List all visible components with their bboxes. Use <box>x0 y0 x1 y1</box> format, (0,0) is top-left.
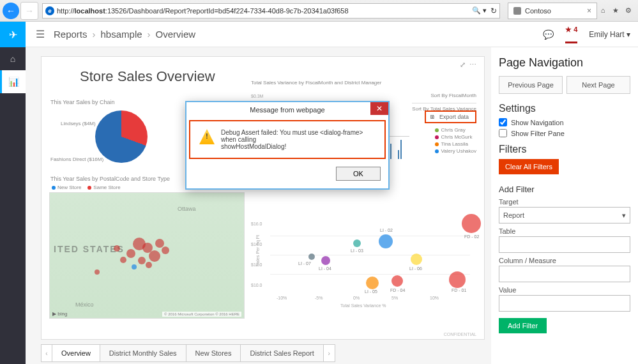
map-visual[interactable]: ITED STATES Ottawa México ▶ bing © 2016 … <box>49 192 245 319</box>
target-label: Target <box>499 198 630 206</box>
pie-title: This Year Sales by Chain <box>50 99 115 105</box>
chevron-right-icon: › <box>148 29 151 40</box>
show-filter-pane-checkbox[interactable]: Show Filter Pane <box>499 129 630 137</box>
map-title: This Year Sales by PostalCode and Store … <box>50 176 170 182</box>
side-rail: ✈ ⌂ 📊 <box>0 22 26 364</box>
value-label: Value <box>499 286 630 294</box>
pie-label-1: Lindseys ($4M) <box>61 121 96 126</box>
crumb-reports[interactable]: Reports <box>54 29 87 40</box>
header-actions: 💬 ★ 4 Emily Hart ▾ <box>543 26 630 43</box>
filters-title: Filters <box>499 144 630 155</box>
crumb-hbsample[interactable]: hbsample <box>101 29 142 40</box>
report-tabs: ‹ Overview District Monthly Sales New St… <box>41 342 485 364</box>
favorites-icon[interactable]: ★ <box>611 6 620 15</box>
tab-district-monthly[interactable]: District Monthly Sales <box>100 344 186 362</box>
back-button[interactable]: ← <box>3 3 19 19</box>
map-legend: New Store Same Store <box>49 183 123 192</box>
show-navigation-checkbox[interactable]: Show Navigation <box>499 118 630 126</box>
export-icon: 🗎 <box>430 114 436 120</box>
address-bar[interactable]: e http://localhost:13526/Dashboard/Repor… <box>42 3 500 19</box>
right-panel: Page Navigation Previous Page Next Page … <box>491 47 638 364</box>
tab-new-stores[interactable]: New Stores <box>186 344 241 362</box>
scatter-chart[interactable]: $16.0 $14.0 $12.0 $10.0 Sales Per Sq Ft … <box>251 216 476 312</box>
tab-overview[interactable]: Overview <box>52 344 100 362</box>
previous-page-button[interactable]: Previous Page <box>499 76 563 94</box>
add-filter-heading: Add Filter <box>499 185 630 194</box>
chevron-down-icon: ▾ <box>622 211 626 220</box>
url-text: http://localhost:13526/Dashboard/Report?… <box>57 7 468 15</box>
window-controls: ⌂ ★ ⚙ <box>598 6 635 15</box>
focus-icon[interactable]: ⤢ <box>460 61 466 69</box>
next-page-button[interactable]: Next Page <box>566 76 630 94</box>
warning-icon <box>199 129 215 144</box>
tab-strip: Contoso × <box>508 3 597 19</box>
chevron-right-icon: › <box>93 29 96 40</box>
dialog-body: Debug Assert failed: You must use <dialo… <box>189 120 386 159</box>
refresh-icon[interactable]: ↻ <box>490 6 497 15</box>
settings-title: Settings <box>499 103 630 114</box>
chat-icon[interactable]: 💬 <box>543 29 554 40</box>
page-nav-title: Page Navigation <box>499 56 630 70</box>
visual-actions: ⤢ ⋯ <box>460 61 476 69</box>
confidential-label: CONFIDENTIAL <box>444 332 476 337</box>
home-icon[interactable]: ⌂ <box>598 6 607 15</box>
value-input[interactable] <box>499 295 630 312</box>
target-select[interactable]: Report▾ <box>499 207 630 224</box>
tools-icon[interactable]: ⚙ <box>624 6 633 15</box>
app-logo-icon[interactable]: ✈ <box>0 22 26 47</box>
tab-title: Contoso <box>525 7 551 15</box>
dialog-close-button[interactable]: ✕ <box>370 102 388 115</box>
tab-scroll-right[interactable]: › <box>324 344 335 362</box>
message-dialog: Message from webpage ✕ Debug Assert fail… <box>185 101 390 190</box>
main-area: ⤢ ⋯ Store Sales Overview This Year Sales… <box>26 47 638 364</box>
search-icon[interactable]: 🔍 ▾ <box>472 6 487 15</box>
tab-scroll-left[interactable]: ‹ <box>41 344 52 362</box>
bing-logo: ▶ bing <box>52 311 67 317</box>
table-label: Table <box>499 227 630 235</box>
app-header: ☰ Reports › hbsample › Overview 💬 ★ 4 Em… <box>0 22 638 47</box>
rail-home-icon[interactable]: ⌂ <box>0 47 26 70</box>
pie-label-2: Fashions Direct ($16M) <box>50 156 103 162</box>
dialog-ok-button[interactable]: OK <box>336 167 381 181</box>
tab-close-icon[interactable]: × <box>587 6 591 15</box>
clear-all-filters-button[interactable]: Clear All Filters <box>499 159 559 174</box>
browser-tab[interactable]: Contoso × <box>508 3 597 19</box>
rail-reports-icon[interactable]: 📊 <box>0 70 26 93</box>
table-input[interactable] <box>499 236 630 253</box>
bar-legend: Chris Gray Chris McGurk Tina Lassila Val… <box>435 127 476 155</box>
favicon-icon <box>513 7 521 15</box>
add-filter-button[interactable]: Add Filter <box>499 318 547 333</box>
user-menu[interactable]: Emily Hart ▾ <box>589 30 630 39</box>
browser-chrome: ← → e http://localhost:13526/Dashboard/R… <box>0 0 638 22</box>
more-icon[interactable]: ⋯ <box>469 61 476 69</box>
map-copyright: © 2016 Microsoft Corporation © 2016 HERE <box>162 312 241 317</box>
report-title: Store Sales Overview <box>80 68 215 85</box>
forward-button[interactable]: → <box>20 2 38 20</box>
column-input[interactable] <box>499 266 630 282</box>
ie-icon: e <box>45 6 54 15</box>
dialog-title: Message from webpage ✕ <box>186 102 388 118</box>
hamburger-icon[interactable]: ☰ <box>36 28 45 40</box>
crumb-overview[interactable]: Overview <box>156 29 196 40</box>
tab-district-sales-report[interactable]: District Sales Report <box>241 344 323 362</box>
report-canvas: ⤢ ⋯ Store Sales Overview This Year Sales… <box>41 56 485 340</box>
report-area: ⤢ ⋯ Store Sales Overview This Year Sales… <box>26 47 491 364</box>
bar-title: Total Sales Variance by FiscalMonth and … <box>251 80 476 86</box>
favorites-count[interactable]: ★ 4 <box>565 26 577 43</box>
breadcrumb: Reports › hbsample › Overview <box>54 29 195 40</box>
export-data-item[interactable]: 🗎 Export data <box>425 110 476 123</box>
column-label: Column / Measure <box>499 257 630 264</box>
pie-chart[interactable] <box>95 110 148 163</box>
